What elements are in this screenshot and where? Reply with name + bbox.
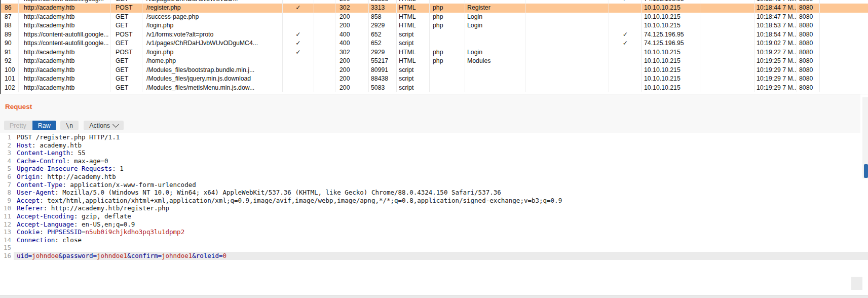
cell-tls bbox=[609, 84, 642, 93]
history-row-91[interactable]: 91http://academy.htbPOST/login.php✓30229… bbox=[1, 48, 868, 57]
syntax-segment: Upgrade-Insecure-Requests bbox=[17, 165, 112, 172]
cell-ip: 74.125.196.95 bbox=[642, 30, 700, 40]
tab-raw[interactable]: Raw bbox=[32, 121, 56, 130]
burp-proxy-http-history-screen: https://content-autofill.goog...GET/v1/p… bbox=[0, 0, 868, 298]
cell-title: Login bbox=[465, 21, 525, 30]
request-line-11: 11Accept-Encoding: gzip, deflate bbox=[0, 212, 868, 220]
cell-mime: script bbox=[397, 84, 430, 93]
cell-url: /Modules_files/jquery.min.js.download bbox=[142, 74, 283, 84]
cell-comment bbox=[525, 0, 609, 4]
cell-ip: 10.10.10.215 bbox=[642, 66, 700, 75]
syntax-segment: : 1 bbox=[112, 165, 124, 172]
cell-tls bbox=[609, 57, 642, 66]
line-number: 1 bbox=[0, 133, 14, 141]
syntax-segment: Content-Length bbox=[17, 149, 70, 157]
line-number: 15 bbox=[0, 244, 14, 252]
line-number: 8 bbox=[0, 189, 14, 197]
line-content: POST /register.php HTTP/1.1 bbox=[14, 133, 868, 141]
request-line-10: 10Referer: http://academy.htb/register.p… bbox=[0, 204, 868, 212]
cell-port: 8080 bbox=[797, 4, 820, 13]
toggle-newline-characters-button[interactable]: \n bbox=[60, 121, 79, 130]
cell-params: ✓ bbox=[283, 30, 314, 40]
request-line-5: 5Upgrade-Insecure-Requests: 1 bbox=[0, 165, 868, 173]
cell-edited bbox=[314, 57, 335, 66]
cell-cookies bbox=[700, 30, 754, 40]
cell-cookies bbox=[700, 48, 754, 57]
raw-request-editor[interactable]: 1POST /register.php HTTP/1.12Host: acade… bbox=[0, 133, 868, 295]
line-content: uid=johndoe&password=johndoe1&confirm=jo… bbox=[14, 252, 868, 260]
syntax-segment: : academy.htb bbox=[32, 141, 82, 149]
history-row-90[interactable]: 90https://content-autofill.google...GET/… bbox=[1, 39, 868, 48]
history-row-100[interactable]: 100http://academy.htbGET/Modules_files/b… bbox=[1, 66, 868, 75]
line-number: 7 bbox=[0, 181, 14, 189]
cell-time: 10:19:02 7 M... bbox=[754, 39, 797, 48]
cell-method: GET bbox=[110, 0, 142, 4]
line-content: User-Agent: Mozilla/5.0 (Windows NT 10.0… bbox=[14, 189, 868, 197]
cell-length: 5083 bbox=[369, 84, 397, 93]
cell-edited bbox=[314, 48, 335, 57]
syntax-segment: : bbox=[40, 228, 47, 236]
cell-params: ✓ bbox=[283, 4, 314, 13]
history-row-101[interactable]: 101http://academy.htbGET/Modules_files/j… bbox=[1, 74, 868, 84]
cell-time: 10:19:25 7 M... bbox=[754, 57, 797, 66]
syntax-segment: johndoe bbox=[32, 252, 59, 259]
history-row-102[interactable]: 102http://academy.htbGET/Modules_files/m… bbox=[1, 84, 868, 93]
cell-fill bbox=[820, 66, 868, 75]
history-row-88[interactable]: 88http://academy.htbGET/login.php2002929… bbox=[1, 21, 868, 30]
history-row-87[interactable]: 87http://academy.htbGET/success-page.php… bbox=[1, 13, 868, 22]
cell-params bbox=[283, 74, 314, 84]
cell-cookies bbox=[700, 39, 754, 48]
cell-tls bbox=[609, 74, 642, 84]
cell-length: 88438 bbox=[369, 74, 397, 84]
request-line-1: 1POST /register.php HTTP/1.1 bbox=[0, 133, 868, 141]
cell-comment bbox=[525, 21, 609, 30]
cell-title bbox=[465, 30, 525, 40]
line-number: 10 bbox=[0, 204, 14, 212]
cell-length: 2929 bbox=[369, 48, 397, 57]
cell-status: 302 bbox=[335, 48, 369, 57]
cell-num: 102 bbox=[1, 84, 19, 93]
syntax-segment: : application/x-www-form-urlencoded bbox=[62, 181, 196, 189]
cell-cookies bbox=[700, 4, 754, 13]
history-row-92[interactable]: 92http://academy.htbGET/home.php20055217… bbox=[1, 57, 868, 66]
cell-cookies bbox=[700, 57, 754, 66]
syntax-segment: : en-US,en;q=0.9 bbox=[74, 220, 135, 228]
line-content: Accept-Language: en-US,en;q=0.9 bbox=[14, 220, 868, 229]
cell-tls: ✓ bbox=[609, 0, 642, 4]
cell-fill bbox=[820, 4, 868, 13]
cell-num: 91 bbox=[1, 48, 19, 57]
history-row-partial[interactable]: https://content-autofill.goog...GET/v1/p… bbox=[1, 0, 868, 4]
cell-method: GET bbox=[110, 57, 142, 66]
cell-method: GET bbox=[110, 66, 142, 75]
cell-fill bbox=[820, 21, 868, 30]
actions-menu-button[interactable]: Actions bbox=[84, 121, 124, 130]
cell-tls: ✓ bbox=[609, 39, 642, 48]
cell-mime: script bbox=[397, 39, 430, 48]
syntax-segment: johndoe1 bbox=[162, 252, 192, 259]
actions-menu-label: Actions bbox=[89, 122, 110, 129]
syntax-segment: : http://academy.htb/register.php bbox=[44, 204, 169, 212]
cell-host: http://academy.htb bbox=[19, 66, 110, 75]
cell-url: /login.php bbox=[142, 48, 283, 57]
cell-host: http://academy.htb bbox=[19, 4, 110, 13]
history-row-86[interactable]: 86http://academy.htbPOST/register.php✓30… bbox=[1, 4, 868, 13]
inspector-toggle-button[interactable] bbox=[864, 164, 868, 178]
cell-length: 80991 bbox=[369, 66, 397, 75]
line-number: 13 bbox=[0, 228, 14, 236]
line-content: Accept-Encoding: gzip, deflate bbox=[14, 212, 868, 220]
cell-num: 88 bbox=[1, 21, 19, 30]
cell-edited bbox=[314, 39, 335, 48]
cell-host: http://academy.htb bbox=[19, 84, 110, 93]
cell-ip: 74.125.196.95 bbox=[642, 0, 700, 4]
cell-ip: 10.10.10.215 bbox=[642, 13, 700, 22]
syntax-segment: = bbox=[93, 252, 97, 259]
cell-length: 652 bbox=[369, 30, 397, 40]
request-line-9: 9Accept: text/html,application/xhtml+xml… bbox=[0, 197, 868, 205]
proxy-history-table[interactable]: https://content-autofill.goog...GET/v1/p… bbox=[0, 0, 868, 94]
cell-mime: script bbox=[397, 74, 430, 84]
cell-comment bbox=[525, 48, 609, 57]
history-row-89[interactable]: 89https://content-autofill.google...POST… bbox=[1, 30, 868, 40]
cell-edited bbox=[314, 4, 335, 13]
tab-pretty[interactable]: Pretty bbox=[4, 121, 32, 130]
cell-ext bbox=[430, 74, 465, 84]
